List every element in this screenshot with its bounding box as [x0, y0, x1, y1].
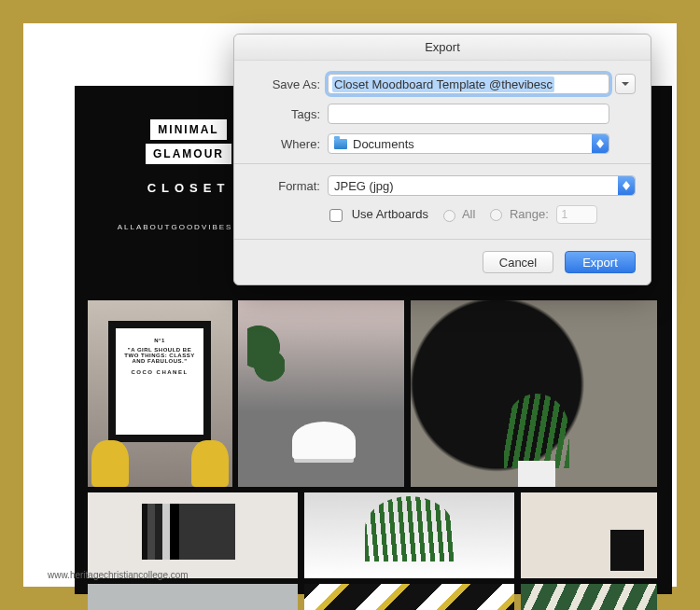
- dialog-body: Save As: Closet Moodboard Template @thev…: [234, 61, 651, 239]
- tags-label: Tags:: [249, 107, 320, 121]
- quote-author: COCO CHANEL: [121, 369, 198, 375]
- range-input: 1: [556, 205, 597, 224]
- moodboard-image-zebra: [304, 584, 514, 610]
- select-arrows-icon: [592, 134, 609, 153]
- where-label: Where:: [249, 137, 320, 151]
- format-label: Format:: [249, 179, 320, 193]
- use-artboards-checkbox[interactable]: Use Artboards: [329, 207, 428, 222]
- range-label: Range:: [510, 207, 549, 221]
- tags-input[interactable]: [328, 104, 609, 124]
- moodboard-image-quote: N°1 "A GIRL SHOULD BE TWO THINGS: CLASSY…: [88, 300, 232, 487]
- bag-icon: [610, 530, 644, 571]
- moodboard-image-rack: [88, 492, 298, 578]
- dialog-footer: Cancel Export: [234, 239, 651, 284]
- divider: [234, 163, 651, 164]
- export-label: Export: [582, 256, 618, 270]
- select-arrows-icon: [618, 176, 635, 195]
- save-as-value: Closet Moodboard Template @thevibesc: [332, 76, 554, 92]
- moodboard-image-leaves: [521, 584, 657, 610]
- cancel-label: Cancel: [499, 256, 537, 270]
- stool-icon: [292, 422, 356, 459]
- expand-save-panel-button[interactable]: [615, 74, 636, 94]
- clothes-rack-icon: [142, 504, 235, 560]
- use-artboards-label: Use Artboards: [352, 207, 428, 221]
- export-dialog: Export Save As: Closet Moodboard Templat…: [233, 34, 651, 285]
- moodboard-image-mirror: [411, 300, 657, 487]
- chair-icon: [91, 440, 129, 487]
- plant-icon: [365, 496, 454, 561]
- export-button[interactable]: Export: [565, 251, 636, 273]
- tags-row: Tags:: [249, 104, 636, 124]
- save-as-input[interactable]: Closet Moodboard Template @thevibesc: [328, 74, 609, 94]
- moodboard-image-bag: [521, 492, 657, 578]
- where-row: Where: Documents: [249, 133, 636, 154]
- radio-icon: [490, 209, 502, 221]
- all-label: All: [462, 207, 475, 221]
- artboards-row: Use Artboards All Range: 1: [329, 205, 636, 224]
- save-as-label: Save As:: [249, 77, 320, 91]
- format-row: Format: JPEG (jpg): [249, 175, 636, 196]
- plant-icon: [504, 394, 569, 468]
- save-as-row: Save As: Closet Moodboard Template @thev…: [249, 74, 636, 94]
- moodboard-image-stool: [238, 300, 404, 487]
- quote-frame: N°1 "A GIRL SHOULD BE TWO THINGS: CLASSY…: [108, 321, 211, 442]
- watermark: www.heritagechristiancollege.com: [48, 570, 189, 580]
- format-select[interactable]: JPEG (jpg): [328, 175, 636, 196]
- range-radio: Range: 1: [490, 205, 596, 224]
- moodboard-title-1: MINIMAL: [150, 119, 226, 140]
- range-value: 1: [562, 208, 568, 221]
- chair-icon: [191, 440, 229, 487]
- moodboard-title-2: GLAMOUR: [146, 144, 231, 164]
- radio-icon: [443, 210, 455, 222]
- quote-text: "A GIRL SHOULD BE TWO THINGS: CLASSY AND…: [121, 347, 198, 364]
- folder-icon: [334, 139, 347, 149]
- format-value: JPEG (jpg): [334, 179, 394, 193]
- moodboard-image-plant: [304, 492, 514, 578]
- dialog-title: Export: [234, 35, 651, 61]
- moodboard-image-7: [88, 584, 298, 610]
- quote-number: N°1: [121, 338, 198, 343]
- all-radio: All: [443, 207, 475, 221]
- pot-icon: [518, 461, 555, 487]
- cancel-button[interactable]: Cancel: [483, 251, 553, 273]
- where-select[interactable]: Documents: [328, 133, 609, 154]
- chevron-down-icon: [621, 79, 630, 89]
- where-value: Documents: [353, 137, 414, 151]
- plant-icon: [247, 319, 285, 412]
- checkbox-icon: [329, 209, 343, 222]
